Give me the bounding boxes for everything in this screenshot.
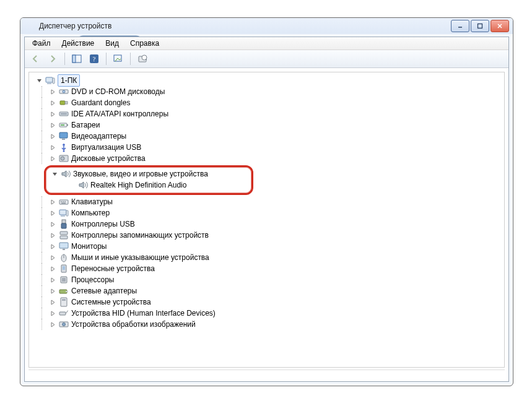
tree-category[interactable]: Контроллеры запоминающих устройств — [30, 230, 503, 241]
expand-icon[interactable] — [49, 144, 56, 151]
spacer — [68, 181, 76, 189]
tree-category[interactable]: Процессоры — [30, 274, 503, 285]
collapse-icon[interactable] — [51, 170, 58, 178]
device-tree[interactable]: 1-ПК DVD и CD-ROM дисководыGuardant dong… — [28, 72, 505, 368]
battery-icon — [59, 120, 69, 130]
category-label: Компьютер — [71, 207, 110, 218]
system-icon — [59, 297, 69, 307]
tree-category[interactable]: Батареи — [30, 119, 503, 131]
tree-category[interactable]: Мониторы — [30, 241, 503, 252]
category-label: Контроллеры USB — [71, 218, 135, 230]
storage-icon — [59, 230, 69, 240]
expand-icon[interactable] — [49, 198, 56, 205]
expand-icon[interactable] — [49, 209, 56, 217]
keyboard-icon — [59, 197, 69, 207]
expand-icon[interactable] — [49, 276, 56, 283]
minimize-button[interactable] — [451, 20, 469, 32]
toolbar-separator — [106, 53, 107, 65]
dongle-icon — [59, 98, 69, 108]
scan-hardware-button[interactable] — [110, 51, 126, 67]
tree-category[interactable]: Видеоадаптеры — [30, 131, 503, 142]
imaging-icon — [59, 319, 69, 329]
tree-category[interactable]: Системные устройства — [30, 296, 503, 308]
category-label: Звуковые, видео и игровые устройства — [73, 168, 208, 180]
expand-icon[interactable] — [49, 99, 56, 106]
tree-category[interactable]: Устройства обработки изображений — [30, 319, 503, 330]
tree-category[interactable]: Guardant dongles — [30, 97, 503, 108]
collapse-icon[interactable] — [35, 77, 43, 84]
expand-icon[interactable] — [49, 88, 56, 95]
tree-category[interactable]: Контроллеры USB — [30, 218, 503, 230]
category-label: Устройства обработки изображений — [71, 319, 196, 330]
tree-category-sound[interactable]: Звуковые, видео и игровые устройства — [46, 168, 245, 180]
expand-icon[interactable] — [49, 254, 56, 261]
close-button[interactable] — [491, 20, 509, 32]
tree-category[interactable]: Сетевые адаптеры — [30, 285, 503, 296]
category-label: Системные устройства — [71, 296, 151, 308]
root-label: 1-ПК — [58, 74, 80, 87]
nav-back-button[interactable] — [27, 51, 43, 67]
titlebar[interactable]: Диспетчер устройств — [20, 18, 513, 34]
expand-icon[interactable] — [49, 287, 56, 295]
speaker-icon — [78, 180, 88, 190]
expand-icon[interactable] — [49, 231, 56, 239]
tree-category[interactable]: Виртуализация USB — [30, 142, 503, 153]
expand-icon[interactable] — [49, 321, 56, 328]
usbctl-icon — [59, 219, 69, 229]
expand-icon[interactable] — [49, 155, 56, 162]
device-manager-window: Диспетчер устройств Файл Действие Вид Сп… — [20, 17, 513, 386]
show-hide-tree-button[interactable] — [69, 51, 85, 67]
device-label: Realtek High Definition Audio — [90, 180, 186, 191]
expand-icon[interactable] — [49, 121, 56, 129]
menu-help[interactable]: Справка — [125, 38, 164, 49]
menubar: Файл Действие Вид Справка — [25, 37, 508, 50]
category-label: Контроллеры запоминающих устройств — [71, 230, 209, 241]
tree-device-realtek[interactable]: Realtek High Definition Audio — [46, 180, 245, 191]
tree-category[interactable]: Компьютер — [30, 207, 503, 218]
statusbar — [28, 370, 505, 379]
tree-root[interactable]: 1-ПК — [30, 75, 503, 86]
menu-view[interactable]: Вид — [100, 38, 124, 49]
toolbar-separator — [130, 53, 131, 65]
svg-rect-50 — [478, 24, 482, 28]
maximize-button[interactable] — [471, 20, 489, 32]
expand-icon[interactable] — [49, 265, 56, 272]
category-label: Процессоры — [71, 274, 115, 285]
hdd-icon — [59, 154, 69, 163]
tree-category[interactable]: Клавиатуры — [30, 196, 503, 207]
menu-action[interactable]: Действие — [57, 38, 100, 49]
category-label: Мыши и иные указывающие устройства — [71, 252, 209, 263]
tree-category[interactable]: Устройства HID (Human Interface Devices) — [30, 308, 503, 319]
toolbar-separator — [64, 53, 65, 65]
help-button[interactable] — [86, 51, 102, 67]
monitor-icon — [59, 241, 69, 251]
tree-category[interactable]: Мыши и иные указывающие устройства — [30, 252, 503, 263]
category-label: Дисковые устройства — [71, 153, 146, 164]
highlight-annotation: Звуковые, видео и игровые устройства Rea… — [44, 165, 253, 195]
toolbar — [25, 50, 508, 68]
properties-button[interactable] — [134, 51, 150, 67]
expand-icon[interactable] — [49, 132, 56, 140]
tree-category[interactable]: Переносные устройства — [30, 263, 503, 274]
category-label: Guardant dongles — [71, 97, 130, 108]
ide-icon — [59, 109, 69, 119]
expand-icon[interactable] — [49, 243, 56, 250]
portable-icon — [59, 264, 69, 274]
category-label: IDE ATA/ATAPI контроллеры — [71, 108, 168, 119]
category-label: Переносные устройства — [71, 263, 155, 274]
expand-icon[interactable] — [49, 220, 56, 228]
menu-file[interactable]: Файл — [27, 38, 56, 49]
hid-icon — [59, 308, 69, 318]
tree-category[interactable]: IDE ATA/ATAPI контроллеры — [30, 108, 503, 119]
expand-icon[interactable] — [49, 110, 56, 118]
usb-icon — [59, 142, 69, 152]
category-label: Мониторы — [71, 241, 107, 252]
tree-category[interactable]: DVD и CD-ROM дисководы — [30, 86, 503, 97]
mouse-icon — [59, 253, 69, 262]
expand-icon[interactable] — [49, 309, 56, 317]
category-label: Сетевые адаптеры — [71, 285, 137, 296]
expand-icon[interactable] — [49, 298, 56, 306]
tree-category[interactable]: Дисковые устройства — [30, 153, 503, 164]
nav-forward-button[interactable] — [45, 51, 61, 67]
category-label: Батареи — [71, 119, 100, 131]
